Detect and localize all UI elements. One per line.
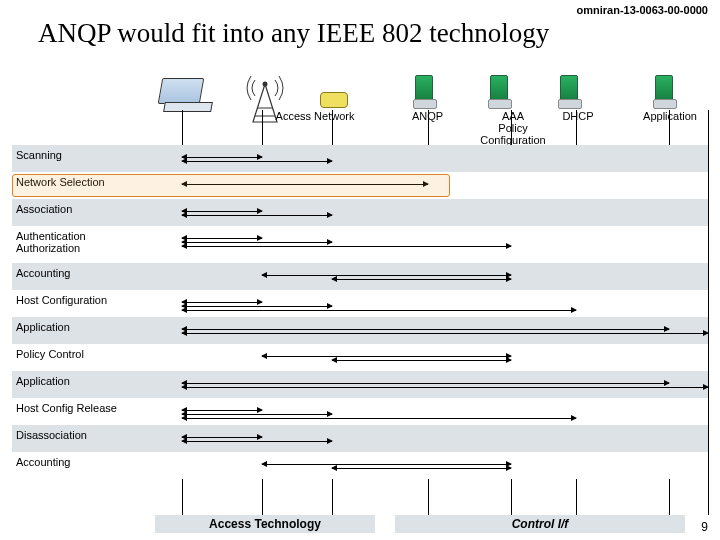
step-label: Host Config Release — [16, 402, 117, 414]
step-row: Accounting — [0, 452, 720, 479]
step-label: Scanning — [16, 149, 62, 161]
step-label: Host Configuration — [16, 294, 107, 306]
step-label: Accounting — [16, 456, 70, 468]
step-row: Application — [0, 371, 720, 398]
doc-id: omniran-13-0063-00-0000 — [577, 4, 708, 16]
step-row: Authentication Authorization — [0, 226, 720, 263]
step-label: Application — [16, 321, 70, 333]
label-dhcp: DHCP — [548, 110, 608, 122]
step-row: Disassociation — [0, 425, 720, 452]
label-access-network: Access Network — [265, 110, 365, 122]
label-aaa: AAA Policy Configuration — [468, 110, 558, 146]
step-row: Host Configuration — [0, 290, 720, 317]
sequence-diagram: Access Network ANQP AAA Policy Configura… — [0, 70, 720, 510]
step-row: Association — [0, 199, 720, 226]
step-label: Association — [16, 203, 72, 215]
slide-number: 9 — [701, 520, 708, 534]
server-icon-aaa — [490, 75, 518, 109]
server-icon-anqp — [415, 75, 443, 109]
label-application: Application — [635, 110, 705, 122]
step-label: Authentication Authorization — [16, 230, 86, 254]
highlight-box — [12, 174, 450, 197]
step-rows: ScanningNetwork SelectionAssociationAuth… — [0, 145, 720, 479]
step-row: Application — [0, 317, 720, 344]
step-label: Accounting — [16, 267, 70, 279]
laptop-icon — [160, 78, 220, 113]
step-row: Policy Control — [0, 344, 720, 371]
step-row: Host Config Release — [0, 398, 720, 425]
step-row: Accounting — [0, 263, 720, 290]
slide-title: ANQP would fit into any IEEE 802 technol… — [38, 18, 549, 49]
router-icon — [320, 92, 348, 108]
step-label: Application — [16, 375, 70, 387]
footer-control-if: Control I/f — [395, 515, 685, 533]
server-icon-dhcp — [560, 75, 588, 109]
step-row: Network Selection — [0, 172, 720, 199]
step-label: Policy Control — [16, 348, 84, 360]
step-row: Scanning — [0, 145, 720, 172]
step-label: Disassociation — [16, 429, 87, 441]
server-icon-app — [655, 75, 683, 109]
footer-access-technology: Access Technology — [155, 515, 375, 533]
